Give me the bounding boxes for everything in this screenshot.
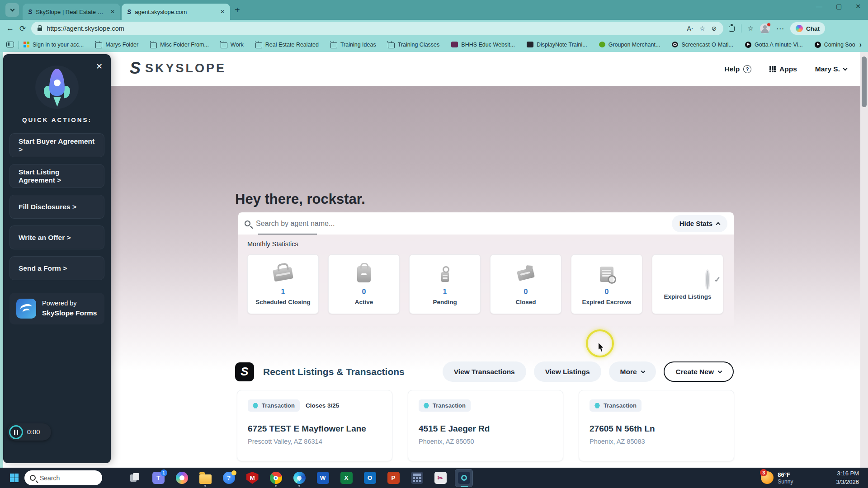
tab-search-chevron-icon[interactable] xyxy=(5,3,19,17)
url-text[interactable]: https://agent.skyslope.com xyxy=(47,25,682,32)
quick-action-button[interactable]: Start Buyer Agreement > xyxy=(9,133,104,157)
file-explorer-icon[interactable] xyxy=(196,469,214,487)
extensions-icon[interactable] xyxy=(729,26,735,32)
stat-pending[interactable]: 1 Pending xyxy=(409,254,481,314)
search-icon xyxy=(245,221,250,226)
page-scrollbar[interactable] xyxy=(860,52,868,468)
close-window-button[interactable]: ✕ xyxy=(855,3,861,10)
back-icon[interactable]: ← xyxy=(6,24,14,33)
restore-button[interactable]: ▢ xyxy=(836,3,842,10)
powered-by-brand: SkySlope Forms xyxy=(42,309,97,317)
sidebar-close-icon[interactable]: ✕ xyxy=(96,61,103,71)
bookmark-item[interactable]: Gotta A minute Vi... xyxy=(745,42,803,48)
new-tab-button[interactable]: + xyxy=(235,5,240,15)
notification-badge: 1 xyxy=(160,469,167,476)
monthly-statistics-panel: Monthly Statistics 1 Scheduled Closing xyxy=(238,235,734,326)
refresh-icon[interactable]: ⟳ xyxy=(19,24,26,33)
get-help-icon[interactable]: ? xyxy=(220,469,238,487)
property-card[interactable]: Transaction 27605 N 56th Ln Phoenix, AZ … xyxy=(579,390,734,461)
screencast-o-matic-icon[interactable] xyxy=(455,469,473,487)
quick-action-label: Fill Disclosures > xyxy=(19,203,76,211)
hide-stats-button[interactable]: Hide Stats xyxy=(672,215,727,232)
read-aloud-icon[interactable]: A‧ xyxy=(687,25,693,32)
favorite-star-icon[interactable]: ☆ xyxy=(699,25,705,32)
copilot-chat-button[interactable]: Chat xyxy=(790,22,825,35)
stat-expired-escrows[interactable]: 0 Expired Escrows xyxy=(571,254,642,314)
create-new-button[interactable]: Create New xyxy=(664,361,734,382)
apps-grid-icon xyxy=(769,66,776,72)
browser-tab[interactable]: S SkySlope | Real Estate Transaction ✕ xyxy=(23,4,120,20)
bookmark-item[interactable]: Sign in to your acc... xyxy=(24,42,84,48)
excel-icon[interactable]: X xyxy=(337,469,355,487)
stat-expired-listings[interactable]: Expired Listings xyxy=(652,254,723,314)
bookmark-item[interactable]: Misc Folder From... xyxy=(150,41,209,48)
sun-weather-icon: 3 xyxy=(761,471,774,484)
stat-icon xyxy=(512,263,539,285)
notifications-blocked-icon[interactable]: ⊘ xyxy=(712,25,717,32)
property-card[interactable]: Transaction 4515 E Jaeger Rd Phoenix, AZ… xyxy=(408,390,563,461)
user-menu[interactable]: Mary S. xyxy=(815,65,847,73)
view-listings-button[interactable]: View Listings xyxy=(534,361,601,382)
view-transactions-button[interactable]: View Transactions xyxy=(443,361,526,382)
bookmarks-overflow-chevron[interactable]: › xyxy=(859,41,862,49)
scrollbar-thumb[interactable] xyxy=(862,56,867,107)
stat-active[interactable]: 0 Active xyxy=(328,254,400,314)
apps-button[interactable]: Apps xyxy=(769,65,797,73)
bookmarks-bar: Sign in to your acc... Marys Folder Misc… xyxy=(0,37,868,52)
minimize-button[interactable]: — xyxy=(816,3,822,10)
bookmark-item[interactable]: Screencast-O-Mati... xyxy=(672,42,733,48)
mcafee-icon[interactable]: M xyxy=(243,469,261,487)
address-bar-actions: A‧ ☆ ⊘ xyxy=(687,25,717,32)
property-card[interactable]: Transaction Closes 3/25 6725 TEST E Mayf… xyxy=(237,390,392,461)
word-icon[interactable]: W xyxy=(314,469,332,487)
browser-tab[interactable]: S agent.skyslope.com ✕ xyxy=(122,4,230,20)
bookmark-item[interactable]: DisplayNote Traini... xyxy=(527,42,587,48)
tab-close-icon[interactable]: ✕ xyxy=(109,8,116,16)
outlook-icon[interactable]: O xyxy=(361,469,379,487)
bookmark-item[interactable]: Training Classes xyxy=(388,41,440,48)
agent-search-input[interactable] xyxy=(256,220,666,228)
address-bar[interactable]: https://agent.skyslope.com A‧ ☆ ⊘ xyxy=(31,22,723,35)
task-view-icon[interactable] xyxy=(126,469,144,487)
quick-action-button[interactable]: Write an Offer > xyxy=(9,225,104,249)
profile-avatar[interactable] xyxy=(760,23,770,33)
bookmark-item[interactable]: Real Estate Realated xyxy=(255,41,319,48)
snipping-tool-icon[interactable]: ✂ xyxy=(431,469,449,487)
edge-icon[interactable] xyxy=(290,469,308,487)
stat-scheduled-closing[interactable]: 1 Scheduled Closing xyxy=(247,254,319,314)
weather-widget[interactable]: 3 86°F Sunny xyxy=(761,471,793,485)
tab-title: SkySlope | Real Estate Transaction xyxy=(36,9,106,15)
calculator-icon[interactable] xyxy=(408,469,426,487)
stat-label: Active xyxy=(355,299,373,305)
quick-action-button[interactable]: Start Listing Agreement > xyxy=(9,164,104,188)
quick-action-button[interactable]: Fill Disclosures > xyxy=(9,195,104,219)
bookmark-item[interactable]: Training Ideas xyxy=(330,41,376,48)
pause-recording-button[interactable] xyxy=(9,425,23,439)
quick-action-button[interactable]: Send a Form > xyxy=(9,256,104,280)
bookmark-item[interactable]: Marys Folder xyxy=(95,41,138,48)
powered-by-tile[interactable]: Powered by SkySlope Forms xyxy=(9,293,104,324)
tab-close-icon[interactable]: ✕ xyxy=(219,8,226,16)
more-button[interactable]: More xyxy=(609,361,656,382)
settings-more-icon[interactable]: ⋯ xyxy=(776,24,784,33)
bookmark-item[interactable]: Coming Soon Listi... xyxy=(815,42,855,48)
powerpoint-icon[interactable]: P xyxy=(384,469,402,487)
teams-icon[interactable]: T 1 xyxy=(149,469,167,487)
sidebar-toggle-icon[interactable] xyxy=(6,42,14,47)
copilot-icon[interactable] xyxy=(173,469,191,487)
skyslope-logo[interactable]: S SKYSLOPE xyxy=(130,60,226,76)
bookmark-item[interactable]: BHHS Educ Websit... xyxy=(451,42,515,48)
taskbar-search[interactable]: Search xyxy=(24,470,102,485)
chrome-icon[interactable] xyxy=(267,469,285,487)
collections-icon[interactable]: ☆ xyxy=(748,24,754,33)
page-edge-strip xyxy=(0,52,3,468)
taskbar-clock[interactable]: 3:16 PM 3/3/2026 xyxy=(836,469,859,487)
browser-toolbar: ← ⟳ https://agent.skyslope.com A‧ ☆ ⊘ ☆ … xyxy=(0,20,868,37)
bookmark-item[interactable]: Groupon Merchant... xyxy=(599,42,660,48)
start-button-icon[interactable] xyxy=(10,474,19,482)
profile-alert-dot xyxy=(767,23,771,27)
stat-closed[interactable]: 0 Closed xyxy=(490,254,561,314)
help-button[interactable]: Help ? xyxy=(725,65,752,73)
recent-actions: View Transactions View Listings More Cre… xyxy=(443,361,734,382)
bookmark-item[interactable]: Work xyxy=(221,41,244,48)
